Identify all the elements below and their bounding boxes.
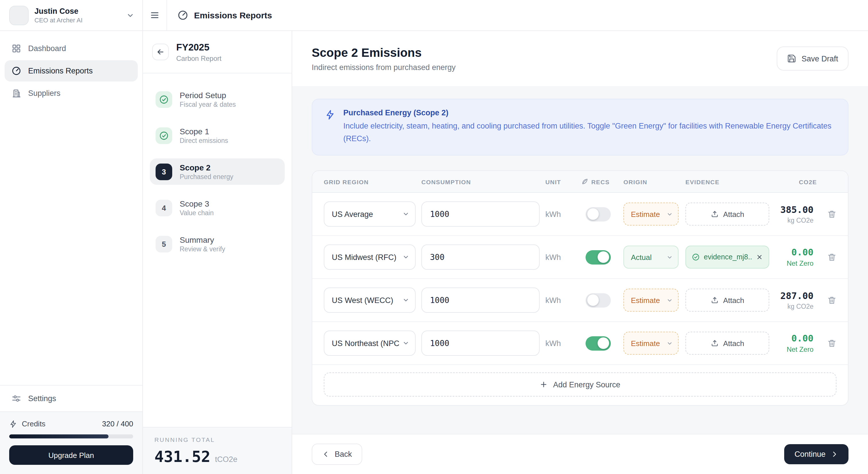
- col-origin: ORIGIN: [623, 178, 680, 185]
- grid-region-select[interactable]: US Midwest (RFC): [324, 245, 415, 270]
- col-grid-region: GRID REGION: [324, 178, 415, 185]
- report-title: FY2025: [176, 41, 221, 53]
- upload-icon: [710, 339, 718, 347]
- upgrade-plan-button[interactable]: Upgrade Plan: [9, 445, 133, 465]
- hamburger-menu-button[interactable]: [143, 0, 167, 30]
- consumption-input[interactable]: [422, 245, 539, 270]
- step-scope-2[interactable]: 3 Scope 2 Purchased energy: [150, 158, 285, 185]
- attach-evidence-button[interactable]: Attach: [685, 332, 769, 355]
- arrow-left-icon: [156, 48, 165, 56]
- chevron-down-icon: [402, 340, 409, 347]
- sidebar-nav: Dashboard Emissions Reports Suppliers: [0, 31, 143, 105]
- credits-progress-fill: [9, 434, 108, 438]
- col-recs: RECS: [581, 178, 618, 185]
- main-panel: Scope 2 Emissions Indirect emissions fro…: [292, 31, 868, 474]
- col-co2e: CO2E: [775, 178, 817, 185]
- info-banner: Purchased Energy (Scope 2) Include elect…: [312, 99, 848, 156]
- step-scope-3[interactable]: 4 Scope 3 Value chain: [150, 194, 285, 221]
- continue-button[interactable]: Continue: [784, 444, 848, 464]
- chevron-left-icon: [322, 450, 330, 458]
- origin-select[interactable]: Estimate: [623, 289, 679, 312]
- sidebar-item-suppliers[interactable]: Suppliers: [5, 83, 138, 104]
- wizard-header: FY2025 Carbon Report: [143, 31, 291, 73]
- grid-region-select[interactable]: US West (WECC): [324, 287, 415, 313]
- trash-icon: [827, 339, 836, 348]
- recs-toggle[interactable]: [586, 293, 611, 307]
- co2e-value: 385.00: [775, 204, 813, 215]
- running-total-label: RUNNING TOTAL: [154, 436, 280, 443]
- wizard-footer: Back Continue: [292, 434, 868, 474]
- add-energy-source-button[interactable]: Add Energy Source: [324, 373, 836, 397]
- origin-select[interactable]: Estimate: [623, 332, 679, 355]
- sidebar-item-dashboard[interactable]: Dashboard: [5, 38, 138, 59]
- grid-region-select[interactable]: US Northeast (NPCC): [324, 330, 415, 356]
- close-icon[interactable]: [756, 254, 763, 260]
- building-icon: [11, 88, 21, 98]
- co2e-cell: 0.00 Net Zero: [775, 333, 817, 353]
- recs-toggle[interactable]: [586, 207, 611, 221]
- recs-toggle[interactable]: [586, 250, 611, 264]
- col-evidence: EVIDENCE: [685, 178, 769, 185]
- attach-evidence-button[interactable]: Attach: [685, 289, 769, 312]
- gauge-icon: [11, 66, 21, 76]
- origin-select[interactable]: Estimate: [623, 202, 679, 225]
- co2e-unit: kg CO2e: [775, 303, 813, 310]
- chevron-down-icon: [402, 211, 409, 218]
- co2e-net-zero: Net Zero: [775, 345, 813, 353]
- evidence-chip[interactable]: evidence_mj8...: [685, 246, 769, 268]
- wizard-title-block: FY2025 Carbon Report: [176, 41, 221, 62]
- trash-icon: [827, 252, 836, 262]
- topbar-title: Emissions Reports: [194, 10, 272, 20]
- save-draft-button[interactable]: Save Draft: [777, 46, 848, 71]
- grid-region-select[interactable]: US Average: [324, 201, 415, 227]
- table-row: US Average kWh Estimate Attach: [312, 193, 848, 236]
- consumption-input[interactable]: [422, 330, 539, 356]
- step-subtitle: Review & verify: [180, 246, 225, 252]
- back-button[interactable]: Back: [312, 444, 362, 465]
- step-scope-1[interactable]: Scope 1 Direct emissions: [150, 122, 285, 149]
- trash-icon: [827, 210, 836, 219]
- trash-icon: [827, 295, 836, 305]
- step-title: Period Setup: [180, 91, 236, 100]
- step-summary[interactable]: 5 Summary Review & verify: [150, 231, 285, 257]
- step-subtitle: Purchased energy: [180, 173, 234, 180]
- step-title: Summary: [180, 235, 225, 245]
- delete-row-button[interactable]: [827, 210, 836, 219]
- delete-row-button[interactable]: [827, 252, 836, 262]
- lightning-bolt-icon: [325, 109, 335, 145]
- user-name: Justin Cose: [34, 7, 121, 15]
- co2e-value: 0.00: [775, 333, 813, 344]
- upload-icon: [710, 210, 718, 218]
- banner-title: Purchased Energy (Scope 2): [343, 108, 835, 117]
- consumption-input[interactable]: [422, 201, 539, 227]
- co2e-value: 0.00: [775, 247, 813, 258]
- topbar-title-wrap: Emissions Reports: [167, 0, 272, 30]
- col-unit: UNIT: [546, 178, 575, 185]
- sidebar-item-emissions-reports[interactable]: Emissions Reports: [5, 60, 138, 82]
- sidebar-item-settings[interactable]: Settings: [0, 385, 143, 411]
- energy-sources-table: GRID REGION CONSUMPTION UNIT RECS ORIGIN…: [312, 170, 848, 406]
- sidebar: Dashboard Emissions Reports Suppliers Se…: [0, 31, 143, 474]
- check-circle-icon: [156, 127, 172, 144]
- running-total-unit: tCO2e: [215, 455, 237, 464]
- table-row: US Northeast (NPCC) kWh Estimate Attach: [312, 322, 848, 365]
- upload-icon: [710, 296, 718, 304]
- table-row: US West (WECC) kWh Estimate Attach: [312, 279, 848, 322]
- hamburger-icon: [150, 10, 160, 20]
- wizard-back-button[interactable]: [152, 43, 169, 60]
- report-wizard-panel: FY2025 Carbon Report Period Setup Fiscal…: [143, 31, 292, 474]
- step-subtitle: Fiscal year & dates: [180, 101, 236, 108]
- delete-row-button[interactable]: [827, 295, 836, 305]
- recs-toggle[interactable]: [586, 336, 611, 350]
- wizard-steps: Period Setup Fiscal year & dates Scope 1…: [143, 73, 291, 427]
- running-total-value: 431.52: [154, 448, 210, 465]
- avatar: [9, 5, 29, 25]
- user-menu[interactable]: Justin Cose CEO at Archer AI: [0, 0, 143, 31]
- delete-row-button[interactable]: [827, 339, 836, 348]
- co2e-cell: 0.00 Net Zero: [775, 247, 817, 267]
- step-period-setup[interactable]: Period Setup Fiscal year & dates: [150, 86, 285, 113]
- consumption-input[interactable]: [422, 287, 539, 313]
- origin-select[interactable]: Actual: [623, 246, 679, 268]
- attach-evidence-button[interactable]: Attach: [685, 202, 769, 225]
- credits-panel: Credits 320 / 400 Upgrade Plan: [0, 411, 143, 474]
